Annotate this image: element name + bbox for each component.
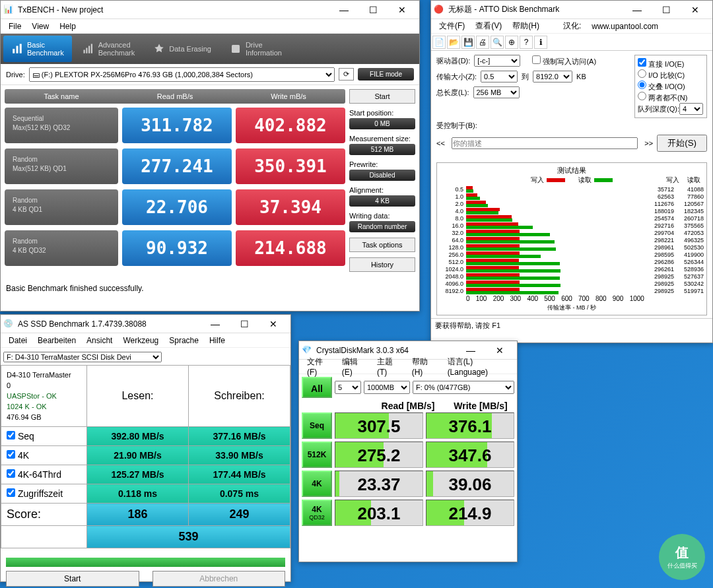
drive-select[interactable]: F: 0% (0/477GB) — [413, 381, 514, 394]
maximize-button[interactable]: ☐ — [230, 315, 259, 333]
test-label[interactable]: 4K — [1, 446, 87, 465]
transfer-label: 传输大小(Z): — [436, 72, 477, 82]
read-value: 41088 — [674, 186, 704, 193]
tab-data-erasing[interactable]: Data Erasing — [145, 38, 219, 60]
cdm-test-button[interactable]: Seq — [302, 412, 332, 439]
txbench-titlebar[interactable]: 📊 TxBENCH - New project — ☐ ✕ — [1, 1, 419, 19]
result-title: 测试结果 — [440, 166, 704, 176]
queue-depth-select[interactable]: 4 — [679, 103, 703, 115]
start-button[interactable]: Start — [6, 571, 139, 587]
transfer-from-select[interactable]: 0.5 — [481, 71, 518, 82]
atto-window: 🔴 无标题 - ATTO Disk Benchmark — ☐ ✕ 文件(F) … — [430, 0, 713, 343]
menu-werkzeug[interactable]: Werkzeug — [118, 335, 164, 346]
history-button[interactable]: History — [349, 257, 415, 272]
read-header: Lesen: — [87, 366, 189, 427]
abort-button[interactable]: Abbrechen — [153, 571, 286, 587]
drive-select[interactable]: 🖴 (F:) PLEXTOR PX-256M6Pro 476.93 GB (1,… — [29, 67, 335, 82]
drive-select[interactable]: F: D4-310 TerraMaster SCSI Disk Devi — [3, 352, 162, 362]
direct-io-checkbox[interactable] — [638, 58, 646, 67]
menu-hilfe[interactable]: Hilfe — [204, 335, 230, 346]
atto-titlebar[interactable]: 🔴 无标题 - ATTO Disk Benchmark — ☐ ✕ — [431, 1, 712, 19]
assd-titlebar[interactable]: 💿 AS SSD Benchmark 1.7.4739.38088 — ☐ ✕ — [1, 315, 290, 333]
cdm-test-button[interactable]: 4K — [302, 471, 332, 497]
close-button[interactable]: ✕ — [681, 1, 710, 18]
atto-title: 无标题 - ATTO Disk Benchmark — [448, 4, 623, 15]
chart-y-label: 64.0 — [440, 237, 463, 244]
minimize-button[interactable]: — — [201, 315, 230, 333]
chart-bar-row — [466, 259, 644, 266]
cdm-test-button[interactable]: 512K — [302, 441, 332, 468]
menu-file[interactable]: 文件(F) — [302, 355, 337, 378]
all-button[interactable]: All — [302, 377, 332, 398]
start-button[interactable]: 开始(S) — [657, 135, 707, 152]
chart-bar-row — [466, 222, 644, 230]
io-compare-radio[interactable] — [638, 69, 646, 78]
save-icon[interactable]: 💾 — [461, 36, 475, 49]
force-write-checkbox[interactable] — [532, 55, 541, 64]
prewrite-value: Disabled — [349, 170, 415, 181]
menu-view[interactable]: 查看(V) — [470, 19, 507, 33]
overlap-radio[interactable] — [638, 81, 646, 89]
tool2-icon[interactable]: ⊕ — [505, 36, 518, 49]
tab-advanced-benchmark[interactable]: Advanced Benchmark — [75, 36, 143, 62]
test-label[interactable]: 4K-64Thrd — [1, 465, 87, 484]
assd-title: AS SSD Benchmark 1.7.4739.38088 — [18, 319, 201, 329]
test-label[interactable]: Zugriffszeit — [1, 484, 87, 504]
menu-theme[interactable]: 主题(T) — [372, 355, 407, 378]
hanhua-link[interactable]: www.upantool.com — [586, 20, 663, 32]
menu-edit[interactable]: 编辑(E) — [337, 355, 372, 378]
transfer-to-select[interactable]: 8192.0 — [533, 71, 572, 82]
header-write: Write mB/s — [232, 89, 345, 104]
menu-help[interactable]: 帮助(H) — [507, 19, 545, 33]
file-mode-button[interactable]: FILE mode — [358, 68, 414, 81]
description-input[interactable] — [452, 137, 638, 149]
new-icon[interactable]: 📄 — [432, 36, 446, 49]
menu-sprache[interactable]: Sprache — [164, 335, 204, 346]
total-len-select[interactable]: 256 MB — [473, 86, 520, 98]
test-label[interactable]: Seq — [1, 427, 87, 446]
menu-file[interactable]: 文件(F) — [434, 19, 470, 33]
drive-select[interactable]: [-c-] — [474, 55, 520, 67]
neither-radio[interactable] — [638, 92, 646, 100]
close-button[interactable]: ✕ — [388, 1, 417, 18]
cdm-test-button[interactable]: 4KQD32 — [302, 500, 332, 526]
axis-tick: 400 — [527, 295, 538, 302]
menu-help[interactable]: 帮助(H) — [407, 355, 442, 378]
maximize-button[interactable]: ☐ — [358, 1, 388, 18]
maximize-button[interactable]: ☐ — [652, 1, 681, 18]
menu-language[interactable]: 语言(L)(Language) — [442, 355, 514, 378]
cdm-write-value: 347.6 — [426, 441, 514, 468]
task-options-button[interactable]: Task options — [349, 238, 415, 252]
write-value: 298925 — [644, 280, 674, 288]
tab-basic-benchmark[interactable]: Basic Benchmark — [3, 36, 72, 62]
tab-drive-information[interactable]: Drive Information — [222, 36, 290, 62]
refresh-icon[interactable]: ⟳ — [339, 68, 354, 81]
menu-ansicht[interactable]: Ansicht — [81, 335, 118, 346]
menu-help[interactable]: Help — [54, 20, 81, 32]
menu-datei[interactable]: Datei — [3, 335, 32, 346]
read-value: 375565 — [674, 222, 704, 230]
legend-write-swatch — [547, 178, 565, 182]
minimize-button[interactable]: — — [329, 1, 358, 18]
minimize-button[interactable]: — — [623, 1, 652, 18]
help-icon[interactable]: ? — [520, 36, 533, 49]
read-value: 120567 — [674, 201, 704, 208]
svg-rect-0 — [13, 49, 15, 53]
size-select[interactable]: 1000MB — [364, 381, 410, 394]
menu-view[interactable]: View — [26, 20, 54, 32]
axis-tick: 1000 — [630, 295, 644, 302]
about-icon[interactable]: ℹ — [534, 36, 547, 49]
close-button[interactable]: ✕ — [259, 315, 288, 333]
tool-icon[interactable]: 🔍 — [491, 36, 504, 49]
print-icon[interactable]: 🖨 — [476, 36, 489, 49]
start-button[interactable]: Start — [349, 89, 415, 104]
chart-y-label: 8192.0 — [440, 288, 463, 295]
score-write: 249 — [189, 504, 290, 526]
chart-y-label: 4.0 — [440, 208, 463, 215]
runs-select[interactable]: 5 — [335, 381, 361, 394]
read-value: 472053 — [674, 230, 704, 237]
open-icon[interactable]: 📂 — [447, 36, 460, 49]
drive-label: 驱动器(D): — [436, 56, 470, 66]
menu-bearbeiten[interactable]: Bearbeiten — [32, 335, 81, 346]
menu-file[interactable]: File — [3, 20, 26, 32]
